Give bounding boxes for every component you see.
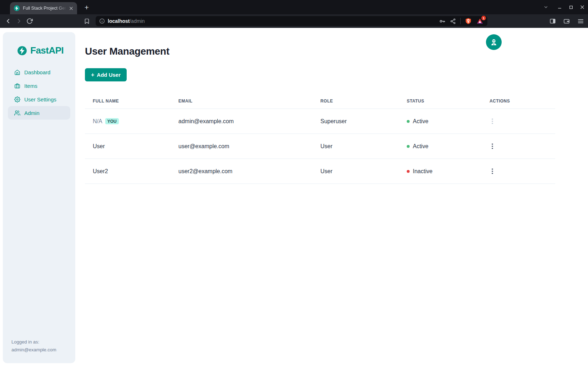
users-table: FULL NAME EMAIL ROLE STATUS ACTIONS N/AY… (85, 93, 555, 184)
col-header-role: ROLE (320, 93, 407, 109)
cell-email: user2@example.com (178, 159, 320, 184)
table-row: User user@example.com User Active (85, 134, 555, 159)
sidebar-item-label: Items (24, 83, 37, 89)
brave-rewards-icon[interactable]: 1 (476, 17, 484, 25)
cell-email: user@example.com (178, 134, 320, 159)
fastapi-favicon-icon (14, 5, 20, 11)
cell-full-name: User (85, 134, 178, 159)
cell-full-name: User2 (85, 159, 178, 184)
tab-search-chevron-icon[interactable] (542, 3, 550, 11)
logo-text: FastAPI (30, 45, 64, 56)
sidebar: FastAPI Dashboard Items User Settings (3, 32, 75, 363)
cell-role: Superuser (320, 109, 407, 134)
sidebar-item-user-settings[interactable]: User Settings (8, 92, 70, 106)
col-header-email: EMAIL (178, 93, 320, 109)
col-header-actions: ACTIONS (490, 93, 555, 109)
tab-close-icon[interactable] (68, 5, 74, 11)
home-icon (14, 69, 20, 75)
sidebar-panel-icon[interactable] (547, 16, 558, 26)
logged-in-email: admin@example.com (11, 346, 56, 354)
status-dot (407, 120, 410, 123)
new-tab-button[interactable]: + (82, 3, 91, 12)
maximize-icon[interactable] (567, 3, 575, 11)
sidebar-item-label: Dashboard (24, 69, 50, 75)
address-bar[interactable]: localhost/admin 1 (96, 16, 487, 26)
page-title: User Management (85, 46, 555, 57)
cell-status: Active (413, 143, 429, 150)
plus-icon: + (91, 72, 94, 78)
wallet-icon[interactable] (561, 16, 572, 26)
url-text: localhost/admin (108, 18, 145, 24)
back-icon[interactable] (3, 16, 14, 26)
cell-role: User (320, 134, 407, 159)
sidebar-item-admin[interactable]: Admin (8, 106, 70, 120)
forward-icon[interactable] (14, 16, 24, 26)
sidebar-item-items[interactable]: Items (8, 79, 70, 92)
kebab-menu-icon[interactable] (490, 141, 495, 151)
cell-full-name: N/A (93, 118, 102, 124)
main-content: User Management + Add User FULL NAME EMA… (85, 28, 555, 184)
col-header-status: STATUS (407, 93, 490, 109)
logged-in-as: Logged in as: admin@example.com (11, 338, 56, 354)
cell-status: Active (413, 118, 429, 125)
tab-title: Full Stack Project Genera (23, 6, 66, 11)
cell-email: admin@example.com (178, 109, 320, 134)
sidebar-item-dashboard[interactable]: Dashboard (8, 65, 70, 79)
close-window-icon[interactable] (578, 3, 587, 11)
you-badge: YOU (105, 118, 119, 124)
minimize-icon[interactable] (555, 3, 564, 11)
kebab-menu-icon[interactable] (490, 166, 495, 176)
add-user-label: Add User (97, 72, 121, 78)
table-row: User2 user2@example.com User Inactive (85, 159, 555, 184)
menu-hamburger-icon[interactable] (575, 16, 586, 26)
logged-in-label: Logged in as: (11, 338, 56, 346)
users-icon (14, 110, 20, 116)
fastapi-bolt-icon (17, 46, 27, 56)
briefcase-icon (14, 83, 20, 89)
bookmark-icon[interactable] (81, 16, 92, 26)
window-controls (542, 0, 588, 14)
add-user-button[interactable]: + Add User (85, 68, 127, 81)
page-content: FastAPI Dashboard Items User Settings (0, 28, 588, 366)
kebab-menu-icon (490, 116, 495, 126)
sidebar-menu: Dashboard Items User Settings Admin (8, 65, 70, 120)
status-dot (407, 145, 410, 148)
browser-titlebar: Full Stack Project Genera + (0, 0, 588, 14)
site-info-icon[interactable] (99, 18, 105, 24)
gear-icon (14, 96, 20, 102)
cell-status: Inactive (413, 168, 432, 175)
cell-role: User (320, 159, 407, 184)
sidebar-item-label: User Settings (24, 96, 56, 102)
fastapi-logo[interactable]: FastAPI (3, 32, 75, 56)
brave-shield-icon[interactable] (465, 17, 472, 25)
url-host: localhost (108, 18, 130, 24)
table-header-row: FULL NAME EMAIL ROLE STATUS ACTIONS (85, 93, 555, 109)
sidebar-item-label: Admin (24, 110, 40, 116)
share-icon[interactable] (450, 18, 456, 24)
browser-tab[interactable]: Full Stack Project Genera (10, 2, 77, 14)
table-row: N/AYOU admin@example.com Superuser Activ… (85, 109, 555, 134)
password-key-icon[interactable] (439, 18, 446, 25)
browser-toolbar: localhost/admin 1 (0, 14, 588, 28)
rewards-badge: 1 (481, 16, 486, 20)
url-path: /admin (130, 18, 145, 24)
divider (460, 18, 461, 24)
col-header-full-name: FULL NAME (85, 93, 178, 109)
status-dot (407, 170, 410, 173)
reload-icon[interactable] (24, 16, 35, 26)
